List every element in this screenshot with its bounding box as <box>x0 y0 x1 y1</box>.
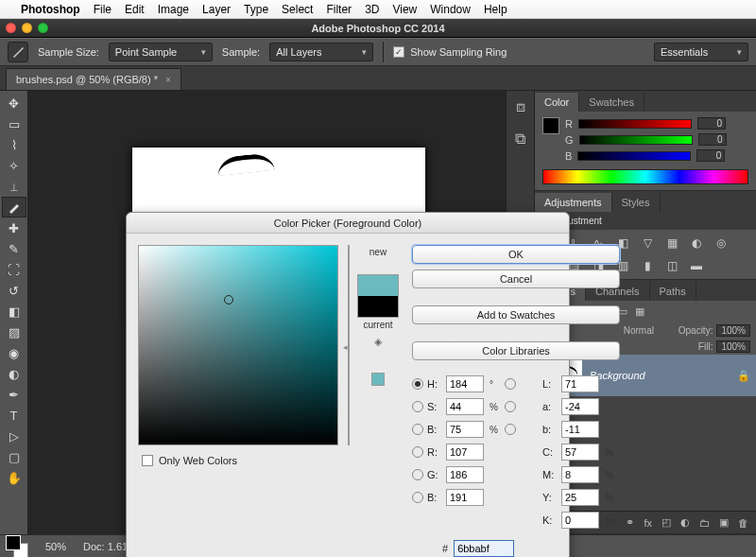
radio-lab-b[interactable] <box>505 424 516 435</box>
show-sampling-ring-checkbox[interactable]: ✓Show Sampling Ring <box>393 46 507 58</box>
history-panel-icon[interactable]: ⧈ <box>516 98 525 115</box>
input-s[interactable] <box>446 398 484 415</box>
document-tab[interactable]: brushes.psd @ 50% (RGB/8) * × <box>6 68 181 90</box>
hue-slider[interactable]: ◂ <box>348 245 350 445</box>
adj-photo-filter-icon[interactable]: ◎ <box>713 235 730 251</box>
add-to-swatches-button[interactable]: Add to Swatches <box>412 305 620 324</box>
tool-hand[interactable]: ✋ <box>2 467 26 488</box>
adj-gradient-map-icon[interactable]: ▬ <box>688 258 705 273</box>
input-m[interactable] <box>561 466 599 483</box>
menu-image[interactable]: Image <box>158 3 189 16</box>
tool-wand[interactable]: ✧ <box>2 155 26 176</box>
menu-select[interactable]: Select <box>282 3 313 16</box>
tool-brush[interactable]: ✎ <box>2 238 26 259</box>
tool-heal[interactable]: ✚ <box>2 218 26 238</box>
new-current-swatch[interactable] <box>357 274 399 318</box>
tool-crop[interactable]: ⟂ <box>2 176 26 197</box>
workspace-select[interactable]: Essentials <box>654 43 748 61</box>
input-g[interactable] <box>446 466 484 483</box>
zoom-window-button[interactable] <box>38 23 48 33</box>
g-value[interactable]: 0 <box>698 133 727 146</box>
b-slider[interactable] <box>577 151 691 161</box>
g-slider[interactable] <box>579 135 693 145</box>
menu-3d[interactable]: 3D <box>365 3 379 16</box>
sample-select[interactable]: All Layers <box>269 43 373 61</box>
close-tab-icon[interactable]: × <box>165 75 171 85</box>
tool-marquee[interactable]: ▭ <box>2 113 26 134</box>
adj-hue-icon[interactable]: ▦ <box>663 235 680 251</box>
radio-b[interactable] <box>412 492 423 503</box>
tool-eraser[interactable]: ◧ <box>2 301 26 322</box>
r-slider[interactable] <box>578 119 692 129</box>
foreground-swatch[interactable] <box>542 117 559 134</box>
tool-dodge[interactable]: ◐ <box>2 363 26 384</box>
foreground-background-swatch[interactable] <box>6 535 28 558</box>
adj-bw-icon[interactable]: ◐ <box>688 235 705 251</box>
spectrum-strip[interactable] <box>542 169 748 184</box>
input-r[interactable] <box>446 444 484 461</box>
minimize-window-button[interactable] <box>22 23 32 33</box>
tool-eyedropper[interactable] <box>2 197 26 218</box>
color-libraries-button[interactable]: Color Libraries <box>412 341 620 360</box>
tab-color[interactable]: Color <box>535 93 579 112</box>
menu-help[interactable]: Help <box>484 3 507 16</box>
menu-edit[interactable]: Edit <box>125 3 145 16</box>
tool-lasso[interactable]: ⌇ <box>2 134 26 155</box>
adj-selective-icon[interactable]: ◫ <box>663 258 680 273</box>
menu-file[interactable]: File <box>94 3 112 16</box>
radio-bv[interactable] <box>412 424 423 435</box>
fx-icon[interactable]: fx <box>644 517 652 529</box>
input-a[interactable] <box>561 398 599 415</box>
menu-type[interactable]: Type <box>244 3 268 16</box>
input-hex[interactable] <box>454 540 514 557</box>
zoom-level[interactable]: 50% <box>45 541 66 552</box>
only-web-colors-checkbox[interactable]: Only Web Colors <box>142 455 338 466</box>
radio-h[interactable] <box>412 378 423 390</box>
opacity-value[interactable]: 100% <box>716 324 750 337</box>
menu-layer[interactable]: Layer <box>202 3 231 16</box>
b-value[interactable]: 0 <box>696 149 725 162</box>
tab-adjustments[interactable]: Adjustments <box>535 193 612 212</box>
tool-path-select[interactable]: ▷ <box>2 426 26 446</box>
input-c[interactable] <box>561 444 599 461</box>
input-k[interactable] <box>561 512 599 529</box>
tool-gradient[interactable]: ▨ <box>2 322 26 342</box>
filter-smart-icon[interactable]: ▦ <box>635 305 644 318</box>
cancel-button[interactable]: Cancel <box>412 270 620 288</box>
sample-size-select[interactable]: Point Sample <box>109 43 213 61</box>
cube-icon[interactable]: ◈ <box>374 336 382 348</box>
tool-stamp[interactable]: ⛶ <box>2 259 26 280</box>
tab-swatches[interactable]: Swatches <box>579 93 644 112</box>
hue-slider-thumb[interactable]: ◂ <box>343 342 348 352</box>
trash-icon[interactable]: 🗑 <box>738 517 748 529</box>
menu-window[interactable]: Window <box>430 3 471 16</box>
input-lab-b[interactable] <box>561 421 599 438</box>
radio-r[interactable] <box>412 446 423 458</box>
adj-threshold-icon[interactable]: ▮ <box>639 258 656 273</box>
fill-value[interactable]: 100% <box>716 340 750 353</box>
close-window-button[interactable] <box>6 23 16 33</box>
tool-move[interactable]: ✥ <box>2 93 26 113</box>
lock-icon[interactable]: 🔒 <box>737 370 750 382</box>
app-menu[interactable]: Photoshop <box>21 3 80 16</box>
tool-history-brush[interactable]: ↺ <box>2 280 26 301</box>
menu-view[interactable]: View <box>392 3 417 16</box>
websafe-swatch[interactable] <box>371 373 385 386</box>
tool-shape[interactable]: ▢ <box>2 446 26 467</box>
tab-styles[interactable]: Styles <box>612 193 661 212</box>
adj-vibrance-icon[interactable]: ▽ <box>639 235 656 251</box>
tool-type[interactable]: T <box>2 405 26 426</box>
link-layers-icon[interactable]: ⚭ <box>626 516 634 529</box>
r-value[interactable]: 0 <box>697 117 726 130</box>
blend-mode-select[interactable]: Normal <box>624 324 671 337</box>
color-field[interactable] <box>138 245 338 445</box>
menu-filter[interactable]: Filter <box>326 3 352 16</box>
new-layer-icon[interactable]: ▣ <box>719 516 729 529</box>
tool-blur[interactable]: ◉ <box>2 342 26 363</box>
radio-g[interactable] <box>412 469 423 480</box>
tool-preset-icon[interactable] <box>8 42 28 62</box>
input-b[interactable] <box>446 489 484 506</box>
input-h[interactable] <box>446 375 484 392</box>
mask-icon[interactable]: ◰ <box>662 516 671 529</box>
group-icon[interactable]: 🗀 <box>699 517 710 529</box>
